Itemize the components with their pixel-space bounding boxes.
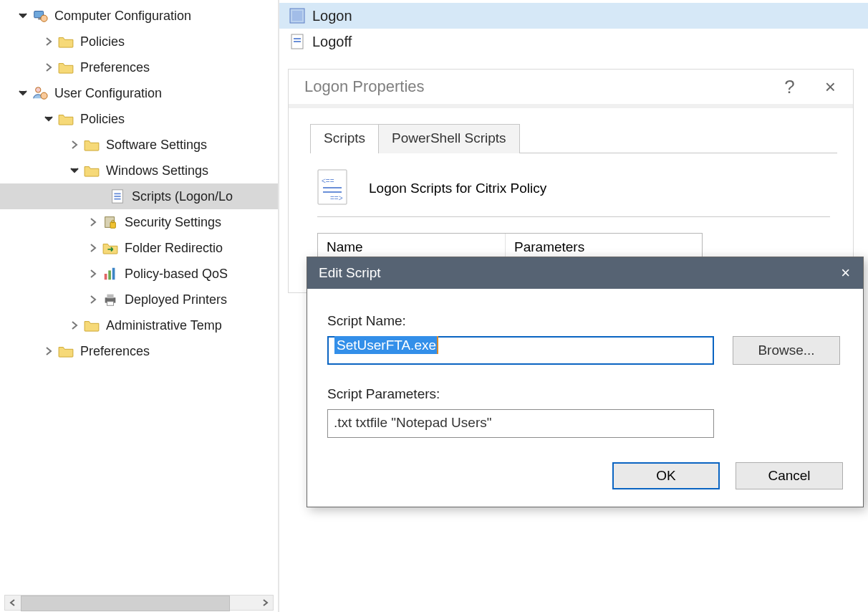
gp-tree-panel: Computer Configuration Policies Preferen: [0, 0, 278, 612]
chevron-right-icon[interactable]: [43, 63, 54, 72]
chevron-down-icon[interactable]: [43, 115, 54, 123]
svg-rect-14: [112, 268, 115, 280]
browse-button[interactable]: Browse...: [733, 336, 840, 365]
tree-label: Policies: [80, 34, 125, 49]
tree-uc-policies[interactable]: Policies: [0, 106, 278, 132]
svg-rect-19: [292, 11, 302, 21]
tree-scripts-logon-logoff[interactable]: Scripts (Logon/Lo: [0, 183, 278, 209]
svg-rect-12: [105, 274, 107, 279]
list-label: Logon: [312, 8, 352, 24]
right-panel: Logon Logoff Logon Properties ? × Script: [278, 0, 868, 612]
script-name-label: Script Name:: [327, 313, 843, 329]
scroll-left-icon[interactable]: [5, 596, 21, 610]
tree-security-settings[interactable]: Security Settings: [0, 209, 278, 235]
chevron-right-icon[interactable]: [69, 140, 80, 149]
svg-point-4: [41, 92, 47, 99]
ok-button[interactable]: OK: [612, 462, 720, 489]
svg-rect-17: [107, 302, 113, 306]
tree-label: Preferences: [80, 344, 150, 359]
printer-icon: [102, 291, 119, 308]
folder-icon: [57, 343, 74, 360]
tree-label: Preferences: [80, 60, 150, 75]
tree-label: Security Settings: [125, 215, 221, 230]
tree-label: Scripts (Logon/Lo: [132, 189, 233, 204]
tree-uc-preferences[interactable]: Preferences: [0, 338, 278, 364]
tree-horizontal-scrollbar[interactable]: [4, 595, 274, 611]
folder-icon: [83, 162, 100, 179]
chevron-down-icon[interactable]: [17, 89, 29, 97]
script-file-icon: [109, 188, 126, 205]
dialog-title: Logon Properties: [304, 77, 425, 96]
scroll-thumb[interactable]: [21, 596, 257, 610]
chevron-down-icon[interactable]: [17, 11, 29, 20]
tree-windows-settings[interactable]: Windows Settings: [0, 158, 278, 183]
tree-label: Software Settings: [106, 138, 207, 153]
svg-rect-16: [107, 295, 113, 299]
chevron-right-icon[interactable]: [43, 37, 54, 46]
svg-text:<==: <==: [322, 177, 334, 185]
qos-bars-icon: [102, 265, 119, 282]
svg-rect-13: [108, 270, 111, 279]
tree-cc-policies[interactable]: Policies: [0, 29, 278, 54]
tree-cc-preferences[interactable]: Preferences: [0, 54, 278, 80]
script-params-value: .txt txtfile "Notepad Users": [334, 415, 491, 430]
list-label: Logoff: [312, 34, 352, 50]
tree-admin-templates[interactable]: Administrative Temp: [0, 312, 278, 338]
script-name-value-selected: SetUserFTA.exe: [334, 336, 438, 354]
script-document-icon: <====>: [317, 169, 347, 208]
tree-folder-redirection[interactable]: Folder Redirectio: [0, 235, 278, 261]
list-item-logoff[interactable]: Logoff: [279, 29, 868, 54]
user-config-icon: [32, 85, 49, 102]
help-button[interactable]: ?: [784, 76, 794, 98]
folder-icon: [57, 59, 74, 76]
tree-software-settings[interactable]: Software Settings: [0, 132, 278, 158]
chevron-right-icon[interactable]: [87, 295, 99, 304]
edit-script-dialog: Edit Script × Script Name: SetUserFTA.ex…: [307, 257, 864, 507]
svg-point-3: [36, 87, 41, 92]
computer-config-icon: [32, 7, 49, 24]
security-icon: [102, 214, 119, 231]
folder-arrow-icon: [102, 239, 119, 257]
tree-label: Policy-based QoS: [125, 267, 228, 282]
script-params-input[interactable]: .txt txtfile "Notepad Users": [327, 409, 714, 438]
divider: [317, 216, 830, 217]
chevron-right-icon[interactable]: [87, 269, 99, 278]
svg-rect-1: [38, 18, 41, 20]
tree-label: Administrative Temp: [106, 318, 222, 333]
dialog-titlebar: Logon Properties ? ×: [289, 70, 853, 108]
chevron-right-icon[interactable]: [87, 244, 99, 252]
chevron-down-icon[interactable]: [69, 166, 80, 175]
close-icon[interactable]: ×: [825, 76, 836, 98]
dialog-titlebar[interactable]: Edit Script ×: [307, 257, 863, 289]
script-params-label: Script Parameters:: [327, 386, 843, 402]
dialog-title: Edit Script: [319, 265, 381, 281]
logoff-script-icon: [288, 32, 307, 51]
tree-user-configuration[interactable]: User Configuration: [0, 80, 278, 106]
cancel-button[interactable]: Cancel: [736, 462, 843, 489]
folder-icon: [57, 110, 74, 128]
tree-label: Windows Settings: [106, 163, 208, 178]
scripts-description: Logon Scripts for Citrix Policy: [369, 181, 546, 196]
svg-point-2: [41, 15, 47, 21]
tree-label: Folder Redirectio: [125, 241, 223, 256]
script-name-input[interactable]: SetUserFTA.exe: [327, 336, 714, 365]
tree-label: Policies: [80, 112, 125, 127]
chevron-right-icon[interactable]: [69, 321, 80, 330]
tree-deployed-printers[interactable]: Deployed Printers: [0, 287, 278, 312]
tree-label: Computer Configuration: [54, 9, 191, 24]
tree-label: Deployed Printers: [125, 292, 227, 307]
tree-policy-qos[interactable]: Policy-based QoS: [0, 261, 278, 287]
chevron-right-icon[interactable]: [43, 347, 54, 355]
logon-script-icon: [288, 6, 307, 25]
script-type-list: Logon Logoff: [279, 0, 868, 54]
tab-scripts[interactable]: Scripts: [310, 124, 379, 153]
close-icon[interactable]: ×: [841, 264, 850, 282]
list-item-logon[interactable]: Logon: [279, 3, 868, 29]
folder-icon: [83, 136, 100, 153]
scroll-right-icon[interactable]: [257, 596, 273, 610]
tree-computer-configuration[interactable]: Computer Configuration: [0, 3, 278, 29]
tab-powershell-scripts[interactable]: PowerShell Scripts: [379, 124, 519, 153]
folder-icon: [57, 33, 74, 50]
chevron-right-icon[interactable]: [87, 218, 99, 226]
folder-icon: [83, 317, 100, 334]
